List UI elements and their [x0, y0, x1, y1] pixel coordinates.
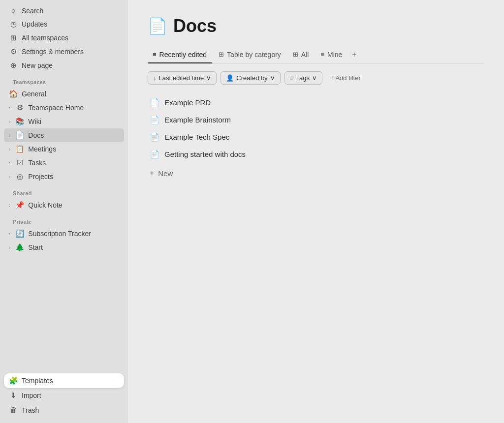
sidebar-item-start[interactable]: › 🌲 Start: [4, 241, 124, 254]
sidebar-item-general[interactable]: 🏠 General: [4, 87, 124, 101]
sidebar-item-teamspace-home[interactable]: › ⚙ Teamspace Home: [4, 101, 124, 115]
cog-icon: ⚙: [15, 103, 24, 112]
doc-file-icon: 📄: [150, 132, 159, 142]
import-icon: ⬇: [9, 391, 18, 400]
sidebar-item-updates[interactable]: ◷ Updates: [4, 17, 124, 31]
sidebar-label-projects: Projects: [28, 173, 53, 181]
sidebar-label-subscription-tracker: Subscription Tracker: [28, 230, 91, 238]
add-filter-button[interactable]: + Add filter: [326, 72, 365, 84]
chevron-icon: ›: [9, 203, 10, 208]
sidebar-bottom: 🧩 Templates ⬇ Import 🗑 Trash: [0, 371, 128, 419]
chevron-icon: ›: [9, 105, 10, 111]
sidebar-label-all-teamspaces: All teamspaces: [22, 34, 68, 42]
sidebar-item-all-teamspaces[interactable]: ⊞ All teamspaces: [4, 31, 124, 45]
filter-arrow-icon: ↓: [153, 74, 157, 82]
sidebar-item-subscription-tracker[interactable]: › 🔄 Subscription Tracker: [4, 227, 124, 241]
tab-all[interactable]: ⊞ All: [288, 47, 314, 63]
filter-person-icon: 👤: [226, 74, 234, 82]
tab-mine[interactable]: ≡ Mine: [315, 47, 347, 63]
filter-last-edited-time[interactable]: ↓ Last edited time ∨: [148, 71, 217, 85]
home-icon: 🏠: [9, 90, 18, 98]
main-content: 📄 Docs ≡ Recently edited ⊞ Table by cate…: [128, 0, 504, 423]
private-section-label: Private: [4, 212, 124, 227]
chevron-icon: ›: [9, 147, 10, 152]
filter-chevron-icon: ∨: [206, 74, 211, 82]
templates-icon: 🧩: [9, 376, 18, 385]
sidebar-label-trash: Trash: [22, 406, 39, 414]
plus-circle-icon: ⊕: [9, 61, 18, 70]
chevron-icon: ›: [9, 160, 10, 166]
sidebar-label-templates: Templates: [22, 377, 53, 385]
filter-chevron-icon: ∨: [270, 74, 275, 82]
sidebar-item-search[interactable]: ○ Search: [4, 4, 124, 17]
sidebar-label-docs: Docs: [28, 131, 44, 139]
calendar-icon: 📋: [15, 145, 24, 153]
teamspaces-section-label: Teamspaces: [4, 72, 124, 87]
sidebar-item-trash[interactable]: 🗑 Trash: [4, 403, 124, 417]
new-doc-button[interactable]: + New: [148, 165, 484, 181]
sidebar-top: ○ Search ◷ Updates ⊞ All teamspaces ⚙ Se…: [0, 4, 128, 371]
chevron-icon: ›: [9, 174, 10, 180]
sidebar-item-tasks[interactable]: › ☑ Tasks: [4, 156, 124, 170]
sidebar-item-wiki[interactable]: › 📚 Wiki: [4, 115, 124, 128]
sidebar-item-templates[interactable]: 🧩 Templates: [4, 373, 124, 388]
trash-icon: 🗑: [9, 406, 18, 414]
tab-icon-recently-edited: ≡: [153, 51, 157, 58]
filter-tags[interactable]: ≡ Tags ∨: [284, 71, 322, 85]
sidebar-item-new-page[interactable]: ⊕ New page: [4, 59, 124, 72]
tab-add-button[interactable]: +: [349, 46, 359, 63]
sidebar-label-meetings: Meetings: [28, 145, 56, 153]
search-icon: ○: [9, 6, 18, 15]
tab-icon-all: ⊞: [293, 51, 298, 58]
sidebar-label-import: Import: [22, 392, 41, 399]
refresh-icon: 🔄: [15, 229, 24, 238]
pin-icon: 📌: [15, 201, 24, 210]
sidebar-item-import[interactable]: ⬇ Import: [4, 388, 124, 403]
doc-file-icon: 📄: [150, 115, 159, 124]
grid-icon: ⊞: [9, 33, 18, 42]
sidebar-label-search: Search: [22, 7, 43, 15]
sidebar-item-settings[interactable]: ⚙ Settings & members: [4, 45, 124, 59]
sidebar-label-new-page: New page: [22, 61, 53, 69]
page-icon: 📄: [148, 17, 167, 35]
doc-item-example-tech-spec[interactable]: 📄 Example Tech Spec: [148, 129, 484, 145]
filter-chevron-icon: ∨: [312, 74, 317, 82]
sidebar-label-wiki: Wiki: [28, 118, 41, 125]
clock-icon: ◷: [9, 20, 18, 29]
tab-table-by-category[interactable]: ⊞ Table by category: [214, 47, 286, 63]
chevron-icon: ›: [9, 245, 10, 250]
filter-tag-icon: ≡: [290, 74, 294, 82]
tree-icon: 🌲: [15, 243, 24, 252]
tab-bar: ≡ Recently edited ⊞ Table by category ⊞ …: [148, 46, 484, 63]
sidebar-label-tasks: Tasks: [28, 159, 46, 167]
sidebar-item-meetings[interactable]: › 📋 Meetings: [4, 142, 124, 156]
tab-icon-mine: ≡: [320, 51, 324, 58]
doc-file-icon: 📄: [150, 98, 159, 107]
sidebar-label-quick-note: Quick Note: [28, 201, 62, 209]
shared-section-label: Shared: [4, 183, 124, 198]
sidebar-label-updates: Updates: [22, 20, 47, 28]
page-header: 📄 Docs: [148, 16, 484, 36]
sidebar-item-projects[interactable]: › ◎ Projects: [4, 170, 124, 183]
tab-icon-table: ⊞: [219, 51, 224, 58]
doc-item-getting-started[interactable]: 📄 Getting started with docs: [148, 146, 484, 162]
page-title: Docs: [173, 16, 217, 36]
checkbox-icon: ☑: [15, 158, 24, 167]
settings-icon: ⚙: [9, 47, 18, 56]
sidebar-label-general: General: [22, 90, 46, 98]
book-icon: 📚: [15, 117, 24, 126]
sidebar-item-docs[interactable]: › 📄 Docs: [4, 128, 124, 142]
sidebar-item-quick-note[interactable]: › 📌 Quick Note: [4, 198, 124, 212]
target-icon: ◎: [15, 172, 24, 181]
tab-recently-edited[interactable]: ≡ Recently edited: [148, 47, 212, 63]
filter-created-by[interactable]: 👤 Created by ∨: [220, 71, 281, 85]
chevron-icon: ›: [9, 231, 10, 237]
sidebar: ○ Search ◷ Updates ⊞ All teamspaces ⚙ Se…: [0, 0, 128, 423]
plus-icon: +: [150, 169, 154, 178]
chevron-icon: ›: [9, 133, 10, 138]
sidebar-label-settings: Settings & members: [22, 48, 84, 56]
doc-item-example-brainstorm[interactable]: 📄 Example Brainstorm: [148, 112, 484, 128]
doc-file-icon: 📄: [150, 150, 159, 159]
doc-item-example-prd[interactable]: 📄 Example PRD: [148, 94, 484, 111]
document-list: 📄 Example PRD 📄 Example Brainstorm 📄 Exa…: [148, 94, 484, 181]
